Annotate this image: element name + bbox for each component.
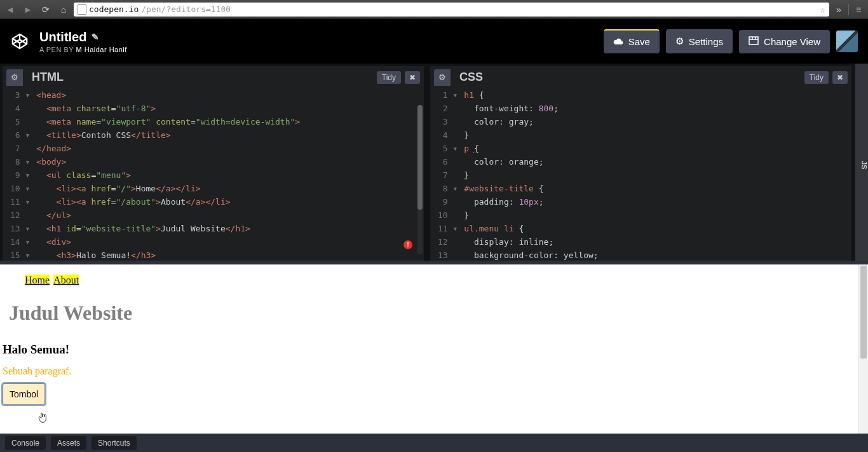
html-scrollbar[interactable] xyxy=(417,105,423,254)
url-host: codepen.io xyxy=(89,4,139,14)
css-tidy-button[interactable]: Tidy xyxy=(804,71,829,84)
preview-nav-home[interactable]: Home xyxy=(25,275,50,285)
settings-label: Settings xyxy=(689,36,723,47)
html-gutter: 3 ▾ 4 5 6 ▾ 7 8 ▾ 9 ▾ 10 ▾ 11 ▾ 12 13 ▾ … xyxy=(3,86,31,261)
change-view-button[interactable]: Change View xyxy=(739,30,830,53)
editors-row: ⚙ HTML Tidy ✖ 3 ▾ 4 5 6 ▾ 7 8 ▾ 9 ▾ 10 ▾… xyxy=(0,64,868,261)
preview-h3: Halo Semua! xyxy=(3,343,863,357)
html-settings-icon[interactable]: ⚙ xyxy=(6,69,23,86)
page-icon xyxy=(78,4,86,15)
preview-pane: Home About Judul Website Halo Semua! Seb… xyxy=(0,261,868,434)
css-close-button[interactable]: ✖ xyxy=(832,71,848,84)
footer-bar: Console Assets Shortcuts xyxy=(0,434,868,452)
save-label: Save xyxy=(628,36,650,47)
change-view-label: Change View xyxy=(764,36,820,47)
home-button[interactable]: ⌂ xyxy=(56,3,71,17)
preview-button[interactable]: Tombol xyxy=(3,383,45,405)
css-editor[interactable]: 1 ▾ 2 3 4 5 ▾ 6 7 8 ▾ 9 10 11 ▾ 12 13 h1… xyxy=(430,86,851,261)
list-item: About xyxy=(53,275,79,285)
html-tidy-button[interactable]: Tidy xyxy=(377,71,401,84)
list-item: Home xyxy=(25,275,50,285)
bookmark-star-icon[interactable]: ☆ xyxy=(820,4,825,15)
js-panel-collapsed[interactable]: JS xyxy=(855,64,868,261)
reload-button[interactable]: ⟳ xyxy=(38,3,53,17)
divider xyxy=(848,4,849,15)
css-settings-icon[interactable]: ⚙ xyxy=(434,69,451,86)
cloud-icon xyxy=(613,36,623,47)
preview-scrollbar[interactable] xyxy=(858,264,868,434)
css-label: CSS xyxy=(456,69,487,86)
forward-button[interactable]: ► xyxy=(20,3,36,17)
pen-author[interactable]: M Haidar Hanif xyxy=(76,46,127,53)
html-code[interactable]: <head> <meta charset="utf-8"> <meta name… xyxy=(31,86,424,261)
css-panel-head: ⚙ CSS Tidy ✖ xyxy=(430,66,851,86)
browser-chrome: ◄ ► ⟳ ⌂ codepen.io/pen/?editors=1100 ☆ »… xyxy=(0,0,868,19)
html-panel: ⚙ HTML Tidy ✖ 3 ▾ 4 5 6 ▾ 7 8 ▾ 9 ▾ 10 ▾… xyxy=(3,66,424,261)
back-button[interactable]: ◄ xyxy=(3,3,18,17)
console-button[interactable]: Console xyxy=(5,436,46,450)
shortcuts-button[interactable]: Shortcuts xyxy=(92,436,137,450)
pen-title[interactable]: Untitled xyxy=(39,30,86,45)
pen-by-label: A PEN BY xyxy=(39,46,76,53)
html-label: HTML xyxy=(28,69,67,86)
save-button[interactable]: Save xyxy=(604,29,660,53)
cursor-hand-icon xyxy=(38,412,48,425)
css-code[interactable]: h1 { font-weight: 800; color: gray; } p … xyxy=(459,86,851,261)
preview-menu: Home About xyxy=(3,275,863,286)
url-path: /pen/?editors=1100 xyxy=(141,4,231,14)
html-panel-head: ⚙ HTML Tidy ✖ xyxy=(3,66,424,86)
html-editor[interactable]: 3 ▾ 4 5 6 ▾ 7 8 ▾ 9 ▾ 10 ▾ 11 ▾ 12 13 ▾ … xyxy=(3,86,424,261)
error-indicator-icon[interactable]: ! xyxy=(403,240,412,249)
preview-nav-about[interactable]: About xyxy=(53,275,79,285)
overflow-button[interactable]: » xyxy=(832,3,846,17)
codepen-logo-icon[interactable] xyxy=(10,32,29,51)
edit-title-icon[interactable]: ✎ xyxy=(92,32,99,42)
codepen-header: Untitled ✎ A PEN BY M Haidar Hanif Save … xyxy=(0,19,868,64)
settings-button[interactable]: ⚙ Settings xyxy=(666,29,733,53)
gear-icon: ⚙ xyxy=(675,36,684,47)
preview-paragraph: Sebuah paragraf. xyxy=(3,366,863,377)
preview-h1: Judul Website xyxy=(3,295,863,331)
css-panel: ⚙ CSS Tidy ✖ 1 ▾ 2 3 4 5 ▾ 6 7 8 ▾ 9 10 … xyxy=(430,66,851,261)
assets-button[interactable]: Assets xyxy=(51,436,86,450)
svg-rect-3 xyxy=(749,37,758,45)
avatar[interactable] xyxy=(836,31,858,52)
css-gutter: 1 ▾ 2 3 4 5 ▾ 6 7 8 ▾ 9 10 11 ▾ 12 13 xyxy=(430,86,459,261)
html-close-button[interactable]: ✖ xyxy=(405,71,420,84)
menu-button[interactable]: ≡ xyxy=(851,3,865,17)
layout-icon xyxy=(749,36,759,47)
url-bar[interactable]: codepen.io/pen/?editors=1100 ☆ xyxy=(74,3,829,17)
